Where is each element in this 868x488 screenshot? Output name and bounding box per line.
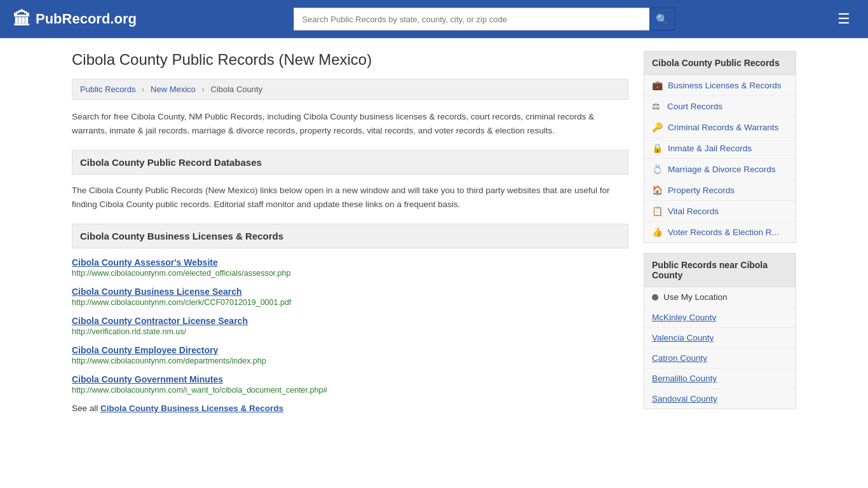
business-links-list: Cibola County Assessor's Website http://…	[72, 257, 628, 395]
see-all-section: See all Cibola County Business Licenses …	[72, 403, 628, 413]
nearby-sandoval[interactable]: Sandoval County	[644, 389, 796, 409]
nearby-mckinley[interactable]: McKinley County	[644, 308, 796, 328]
scales-icon: ⚖	[652, 101, 662, 111]
nearby-bernalillo[interactable]: Bernalillo County	[644, 369, 796, 389]
breadcrumb-cibola: Cibola County	[210, 85, 262, 94]
hamburger-icon: ☰	[837, 11, 850, 27]
breadcrumb-sep-1: ›	[142, 85, 144, 94]
sidebar-item-label: Criminal Records & Warrants	[668, 123, 778, 132]
list-item: Cibola County Contractor License Search …	[72, 316, 628, 336]
main-container: Cibola County Public Records (New Mexico…	[59, 38, 809, 432]
sidebar-item-label: Inmate & Jail Records	[668, 144, 752, 153]
sidebar-item-property-records[interactable]: 🏠 Property Records	[644, 180, 796, 201]
lock-icon: 🔒	[652, 143, 663, 153]
government-minutes-url[interactable]: http://www.cibolacountynm.com/i_want_to/…	[72, 386, 628, 395]
page-title: Cibola County Public Records (New Mexico…	[72, 51, 628, 69]
sidebar-item-voter-records[interactable]: 👍 Voter Records & Election R...	[644, 222, 796, 242]
databases-section-header: Cibola County Public Record Databases	[72, 150, 628, 175]
sidebar-nearby-box: Public Records near Cibola County Use My…	[644, 253, 796, 409]
use-location-button[interactable]: Use My Location	[644, 287, 796, 308]
key-icon: 🔑	[652, 122, 663, 132]
sidebar: Cibola County Public Records 💼 Business …	[644, 51, 796, 419]
ring-icon: 💍	[652, 164, 663, 174]
government-minutes-link[interactable]: Cibola County Government Minutes	[72, 374, 223, 384]
valencia-label: Valencia County	[652, 333, 714, 342]
breadcrumb-public-records[interactable]: Public Records	[80, 85, 135, 94]
logo[interactable]: 🏛 PubRecord.org	[13, 9, 137, 30]
catron-label: Catron County	[652, 353, 707, 363]
breadcrumb: Public Records › New Mexico › Cibola Cou…	[72, 79, 628, 100]
sidebar-item-marriage-records[interactable]: 💍 Marriage & Divorce Records	[644, 159, 796, 180]
sidebar-item-label: Vital Records	[668, 207, 719, 216]
bernalillo-label: Bernalillo County	[652, 374, 717, 383]
list-item: Cibola County Government Minutes http://…	[72, 374, 628, 395]
breadcrumb-new-mexico[interactable]: New Mexico	[151, 85, 196, 94]
nearby-valencia[interactable]: Valencia County	[644, 328, 796, 348]
clipboard-icon: 📋	[652, 206, 663, 216]
business-section-header: Cibola County Business Licenses & Record…	[72, 224, 628, 248]
databases-description: The Cibola County Public Records (New Me…	[72, 184, 628, 211]
sidebar-item-label: Business Licenses & Records	[668, 81, 782, 90]
sidebar-item-vital-records[interactable]: 📋 Vital Records	[644, 201, 796, 222]
contractor-license-link[interactable]: Cibola County Contractor License Search	[72, 316, 248, 326]
employee-directory-url[interactable]: http://www.cibolacountynm.com/department…	[72, 356, 628, 365]
see-all-link[interactable]: Cibola County Business Licenses & Record…	[100, 403, 283, 413]
sidebar-item-label: Property Records	[668, 186, 735, 195]
sidebar-item-label: Court Records	[667, 102, 722, 111]
assessor-website-url[interactable]: http://www.cibolacountynm.com/elected_of…	[72, 269, 628, 278]
sidebar-item-label: Marriage & Divorce Records	[668, 165, 776, 174]
nearby-catron[interactable]: Catron County	[644, 348, 796, 369]
logo-text: PubRecord.org	[36, 11, 137, 27]
business-license-link[interactable]: Cibola County Business License Search	[72, 287, 242, 297]
list-item: Cibola County Assessor's Website http://…	[72, 257, 628, 278]
sidebar-item-inmate-records[interactable]: 🔒 Inmate & Jail Records	[644, 138, 796, 159]
use-location-label: Use My Location	[663, 292, 728, 302]
sidebar-item-label: Voter Records & Election R...	[668, 227, 779, 237]
search-input[interactable]	[294, 8, 649, 30]
assessor-website-link[interactable]: Cibola County Assessor's Website	[72, 257, 218, 268]
sidebar-item-court-records[interactable]: ⚖ Court Records	[644, 96, 796, 117]
business-license-url[interactable]: http://www.cibolacountynm.com/clerk/CCF0…	[72, 298, 628, 307]
search-area: 🔍	[294, 8, 675, 30]
house-icon: 🏠	[652, 185, 663, 195]
employee-directory-link[interactable]: Cibola County Employee Directory	[72, 345, 218, 355]
logo-icon: 🏛	[13, 9, 31, 30]
list-item: Cibola County Employee Directory http://…	[72, 345, 628, 365]
content-area: Cibola County Public Records (New Mexico…	[72, 51, 628, 419]
menu-button[interactable]: ☰	[832, 8, 855, 30]
breadcrumb-sep-2: ›	[201, 85, 204, 94]
header: 🏛 PubRecord.org 🔍 ☰	[0, 0, 868, 38]
contractor-license-url[interactable]: http://verification.rld.state.nm.us/	[72, 327, 628, 336]
list-item: Cibola County Business License Search ht…	[72, 287, 628, 307]
search-button[interactable]: 🔍	[649, 8, 675, 30]
sidebar-item-business-licenses[interactable]: 💼 Business Licenses & Records	[644, 75, 796, 96]
sidebar-nearby-header: Public Records near Cibola County	[644, 254, 796, 287]
sidebar-public-records-header: Cibola County Public Records	[644, 51, 796, 75]
thumbsup-icon: 👍	[652, 227, 663, 237]
sidebar-item-criminal-records[interactable]: 🔑 Criminal Records & Warrants	[644, 117, 796, 138]
search-icon: 🔍	[656, 13, 668, 25]
page-description: Search for free Cibola County, NM Public…	[72, 110, 628, 137]
sandoval-label: Sandoval County	[652, 394, 717, 403]
sidebar-public-records-box: Cibola County Public Records 💼 Business …	[644, 51, 796, 243]
mckinley-label: McKinley County	[652, 313, 716, 322]
briefcase-icon: 💼	[652, 80, 663, 90]
location-dot-icon	[652, 294, 658, 301]
see-all-prefix: See all	[72, 403, 100, 413]
